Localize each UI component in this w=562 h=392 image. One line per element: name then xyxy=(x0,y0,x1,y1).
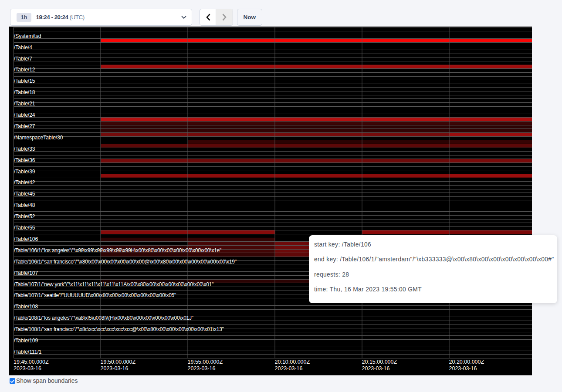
svg-text:19:45:00.000Z: 19:45:00.000Z xyxy=(14,359,49,365)
svg-text:2023-03-16: 2023-03-16 xyxy=(362,365,390,372)
svg-text:/Table/52: /Table/52 xyxy=(14,213,35,220)
svg-text:/Table/106/1/"los angeles"/"\x: /Table/106/1/"los angeles"/"\x99\x99\x99… xyxy=(14,247,221,253)
svg-text:/Table/7: /Table/7 xyxy=(14,56,32,62)
svg-text:/Table/111/1: /Table/111/1 xyxy=(14,349,42,355)
svg-text:/Table/109: /Table/109 xyxy=(14,338,38,344)
svg-text:/Table/39: /Table/39 xyxy=(14,169,35,175)
svg-text:19:55:00.000Z: 19:55:00.000Z xyxy=(188,359,223,365)
svg-text:/System/tsd: /System/tsd xyxy=(14,33,41,39)
svg-text:/Table/24: /Table/24 xyxy=(14,112,35,118)
svg-text:/Table/108/1/"san francisco"/": /Table/108/1/"san francisco"/"\x8c\xcc\x… xyxy=(14,326,224,332)
svg-text:/Table/45: /Table/45 xyxy=(14,191,35,197)
svg-text:20:20:00.000Z: 20:20:00.000Z xyxy=(449,359,484,365)
svg-text:/Table/36: /Table/36 xyxy=(14,157,35,163)
svg-text:/Table/4: /Table/4 xyxy=(14,44,32,51)
svg-text:/Table/42: /Table/42 xyxy=(14,179,35,186)
svg-text:2023-03-16: 2023-03-16 xyxy=(449,365,477,372)
svg-text:/Table/106/1/"san francisco"/": /Table/106/1/"san francisco"/"\x80\x00\x… xyxy=(14,259,237,265)
svg-text:2023-03-16: 2023-03-16 xyxy=(275,365,303,372)
svg-text:/Table/107/1/"new york"/"\x11\: /Table/107/1/"new york"/"\x11\x11\x11\x1… xyxy=(14,281,213,287)
svg-text:2023-03-16: 2023-03-16 xyxy=(188,365,216,372)
svg-text:/NamespaceTable/30: /NamespaceTable/30 xyxy=(14,135,63,141)
svg-text:/Table/18: /Table/18 xyxy=(14,89,35,95)
svg-text:/Table/27: /Table/27 xyxy=(14,123,35,129)
svg-text:/Table/108: /Table/108 xyxy=(14,304,38,310)
svg-text:2023-03-16: 2023-03-16 xyxy=(14,365,41,372)
svg-text:/Table/55: /Table/55 xyxy=(14,225,35,231)
svg-text:/Table/106: /Table/106 xyxy=(14,236,38,242)
svg-text:/Table/15: /Table/15 xyxy=(14,78,35,84)
svg-text:/Table/107/1/"seattle"/"UUUUUU: /Table/107/1/"seattle"/"UUUUUUD\x00\x80\… xyxy=(14,292,176,298)
svg-text:19:50:00.000Z: 19:50:00.000Z xyxy=(101,359,136,365)
svg-text:20:15:00.000Z: 20:15:00.000Z xyxy=(362,359,397,365)
svg-text:/Table/21: /Table/21 xyxy=(14,101,35,107)
svg-text:/Table/107: /Table/107 xyxy=(14,270,38,276)
svg-text:/Table/12: /Table/12 xyxy=(14,67,35,73)
svg-text:2023-03-16: 2023-03-16 xyxy=(101,365,129,372)
svg-text:/Table/48: /Table/48 xyxy=(14,202,35,208)
svg-text:/Table/108/1/"los angeles"/"\x: /Table/108/1/"los angeles"/"\xa8\xf5\u00… xyxy=(14,315,193,321)
svg-text:20:10:00.000Z: 20:10:00.000Z xyxy=(275,359,310,365)
svg-text:/Table/33: /Table/33 xyxy=(14,146,35,152)
